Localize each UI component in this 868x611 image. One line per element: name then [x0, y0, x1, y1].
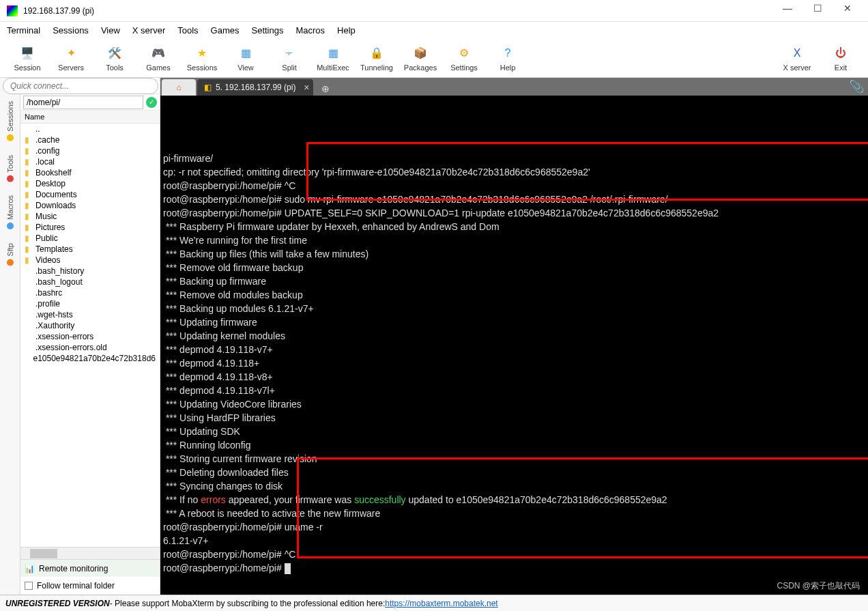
file-item[interactable]: .wget-hsts — [20, 309, 160, 320]
folder-item[interactable]: ▮Templates — [20, 244, 160, 255]
folder-item[interactable]: ▮Videos — [20, 255, 160, 266]
folder-item[interactable]: ▮Public — [20, 233, 160, 244]
tool-help[interactable]: ?Help — [486, 44, 530, 72]
status-link[interactable]: https://mobaxterm.mobatek.net — [385, 599, 497, 608]
macros-dot-icon — [7, 223, 14, 229]
menu-games[interactable]: Games — [211, 25, 240, 35]
menu-terminal[interactable]: Terminal — [7, 25, 40, 35]
file-name: Templates — [35, 244, 73, 254]
terminal-line: *** We're running for the first time — [163, 233, 865, 247]
folder-icon: ▮ — [25, 135, 33, 145]
file-item[interactable]: e1050e94821a70b2e4c72b318d6 — [20, 353, 160, 364]
tool-x-server[interactable]: XX server — [775, 44, 819, 72]
folder-icon: ▮ — [25, 201, 33, 210]
tool-view[interactable]: ▦View — [224, 44, 267, 72]
menu-settings[interactable]: Settings — [252, 25, 284, 35]
file-item[interactable]: .Xauthority — [20, 320, 160, 331]
follow-terminal-checkbox[interactable]: Follow terminal folder — [20, 577, 160, 595]
app-icon — [7, 5, 18, 16]
tool-settings[interactable]: ⚙Settings — [442, 44, 486, 72]
attachment-icon[interactable]: 📎 — [849, 79, 864, 94]
status-message: - Please support MobaXterm by subscribin… — [110, 599, 386, 608]
folder-item[interactable]: ▮Pictures — [20, 222, 160, 233]
tab-strip: ⌂ ◧ 5. 192.168.137.99 (pi) × ⊕ 📎 — [160, 78, 868, 96]
folder-item[interactable]: ▮Downloads — [20, 200, 160, 211]
folder-icon: ▮ — [25, 168, 33, 177]
tool-packages[interactable]: 📦Packages — [399, 44, 442, 72]
quick-connect-input[interactable] — [3, 78, 158, 94]
folder-item[interactable]: ▮Bookshelf — [20, 167, 160, 178]
terminal[interactable]: pi-firmware/cp: -r not specified; omitti… — [160, 96, 868, 595]
terminal-cursor — [285, 563, 291, 574]
tool-label: Tunneling — [360, 63, 393, 72]
servers-icon: ✦ — [62, 44, 80, 62]
file-list-header[interactable]: Name — [20, 111, 160, 124]
terminal-text: *** Updating firmware — [163, 317, 257, 328]
file-item[interactable]: .bashrc — [20, 287, 160, 298]
terminal-line: *** depmod 4.19.118+ — [163, 356, 865, 370]
file-name: .xsession-errors — [35, 332, 93, 341]
menu-help[interactable]: Help — [337, 25, 356, 35]
minimize-button[interactable]: — — [774, 3, 801, 19]
home-tab[interactable]: ⌂ — [162, 79, 196, 96]
tool-split[interactable]: ⫟Split — [267, 44, 311, 72]
folder-item[interactable]: ▮Music — [20, 211, 160, 222]
file-item[interactable]: .xsession-errors — [20, 331, 160, 342]
file-name: .bash_history — [35, 266, 84, 276]
side-tab-sessions[interactable]: Sessions — [5, 94, 16, 148]
folder-icon: ▮ — [25, 244, 33, 254]
file-name: Documents — [35, 190, 77, 199]
menu-x-server[interactable]: X server — [132, 25, 165, 35]
follow-terminal-label: Follow terminal folder — [37, 581, 115, 591]
tool-session[interactable]: 🖥️Session — [5, 44, 49, 72]
tool-exit[interactable]: ⏻Exit — [819, 44, 863, 72]
file-name: .Xauthority — [35, 321, 74, 330]
x server-icon: X — [788, 44, 806, 62]
side-tab-macros[interactable]: Macros — [5, 188, 16, 236]
sessions-icon: ★ — [193, 44, 211, 62]
tool-tunneling[interactable]: 🔒Tunneling — [355, 44, 399, 72]
file-list-scrollbar[interactable] — [20, 547, 160, 559]
folder-item[interactable]: ▮.local — [20, 156, 160, 167]
terminal-text: root@raspberrypi:/home/pi# ^C — [163, 549, 295, 560]
side-tab-tools[interactable]: Tools — [5, 148, 16, 189]
menu-view[interactable]: View — [101, 25, 120, 35]
folder-item[interactable]: ▮Documents — [20, 189, 160, 200]
left-tab-strip: « SessionsToolsMacrosSftp — [0, 78, 20, 595]
file-item-parent[interactable]: .. — [20, 124, 160, 134]
remote-monitoring-button[interactable]: 📊 Remote monitoring — [20, 559, 160, 577]
tool-multiexec[interactable]: ▦MultiExec — [311, 44, 355, 72]
new-tab-button[interactable]: ⊕ — [317, 83, 334, 96]
tab-close-icon[interactable]: × — [304, 82, 309, 93]
file-item[interactable]: .bash_history — [20, 266, 160, 276]
tab-ssh-icon: ◧ — [204, 83, 212, 92]
folder-item[interactable]: ▮.config — [20, 145, 160, 156]
active-session-tab[interactable]: ◧ 5. 192.168.137.99 (pi) × — [197, 79, 313, 96]
terminal-text: *** A reboot is needed to activate the n… — [163, 508, 380, 519]
terminal-text: *** Updating VideoCore libraries — [163, 399, 302, 410]
maximize-button[interactable]: ☐ — [804, 3, 831, 19]
terminal-text: root@raspberrypi:/home/pi# UPDATE_SELF=0… — [163, 208, 719, 218]
menu-sessions[interactable]: Sessions — [53, 25, 89, 35]
tool-sessions[interactable]: ★Sessions — [180, 44, 224, 72]
terminal-text: pi-firmware/ — [163, 153, 213, 164]
folder-icon: ▮ — [25, 212, 33, 221]
file-item[interactable]: .profile — [20, 298, 160, 309]
side-tab-sftp[interactable]: Sftp — [5, 236, 16, 273]
folder-item[interactable]: ▮Desktop — [20, 178, 160, 189]
sftp-path-input[interactable] — [23, 96, 143, 109]
terminal-line: *** Backing up modules 6.1.21-v7+ — [163, 302, 865, 315]
file-item[interactable]: .bash_logout — [20, 276, 160, 287]
close-button[interactable]: ✕ — [834, 3, 861, 19]
sftp-path-ok-icon[interactable]: ✓ — [146, 97, 157, 108]
file-item[interactable]: .xsession-errors.old — [20, 342, 160, 353]
terminal-line: *** depmod 4.19.118-v7+ — [163, 343, 865, 356]
tool-tools[interactable]: 🛠️Tools — [93, 44, 136, 72]
tool-games[interactable]: 🎮Games — [136, 44, 180, 72]
main-area: « SessionsToolsMacrosSftp 📁 ⬇ ⬆ ⟳ 📂 📄 ✖ … — [0, 78, 868, 595]
folder-item[interactable]: ▮.cache — [20, 134, 160, 145]
terminal-text: *** Backing up firmware — [163, 276, 266, 287]
menu-macros[interactable]: Macros — [295, 25, 325, 35]
tool-servers[interactable]: ✦Servers — [49, 44, 93, 72]
menu-tools[interactable]: Tools — [177, 25, 198, 35]
